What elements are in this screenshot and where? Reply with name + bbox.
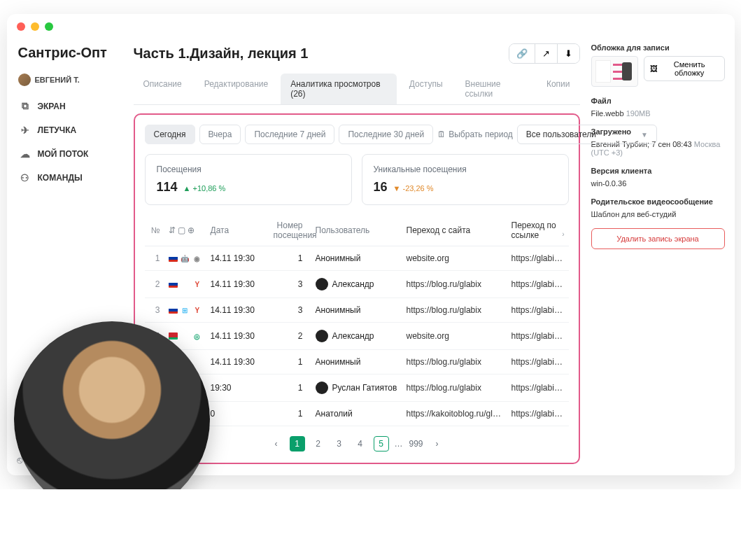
table-row[interactable]: 2Y14.11 19:303Александрhttps://blog.ru/g… (145, 271, 569, 298)
page-ellipsis: … (395, 439, 403, 449)
parent-title: Родительское видеосообщение (591, 197, 725, 206)
col-user[interactable]: Пользователь (311, 215, 402, 246)
current-user-name: ЕВГЕНИЙ Т. (35, 76, 80, 84)
table-row[interactable]: 3⊞Y14.11 19:303Анонимныйhttps://blog.ru/… (145, 298, 569, 323)
cell-date: 14.11 19:30 (206, 246, 269, 271)
cell-date: 0 (206, 402, 269, 426)
filter-30days[interactable]: Последние 30 дней (339, 125, 433, 144)
cell-referrer: https://kakoitoblog.ru/glabix (402, 402, 507, 426)
avatar-icon (316, 278, 328, 290)
page-prev[interactable]: ‹ (269, 436, 284, 451)
cell-referrer: https://blog.ru/glabix (402, 374, 507, 402)
table-row[interactable]: 4◎14.11 19:302Александрwebsite.orghttps:… (145, 323, 569, 350)
page-3[interactable]: 3 (332, 436, 347, 451)
paper-plane-icon: ✈ (20, 125, 31, 136)
col-device: ⇵ ▢ ⊕ (164, 215, 206, 246)
brand-title: Сантрис-Опт (15, 39, 114, 71)
cell-link: https://glabix.com/p/eow2/demo_igor (507, 298, 569, 323)
open-external-button[interactable]: ↗ (535, 44, 557, 63)
app-window: Сантрис-Опт ЕВГЕНИЙ Т. ⧉ ЭКРАН ✈ ЛЕТУЧКА… (7, 14, 735, 475)
stat-visits: Посещения 114 ▲ +10,86 % (145, 154, 352, 205)
filter-today[interactable]: Сегодня (145, 125, 195, 144)
maximize-icon[interactable] (45, 22, 53, 31)
sidebar-item-teams[interactable]: ⚇ КОМАНДЫ (15, 167, 114, 189)
version-value: win-0.0.36 (591, 179, 725, 188)
filter-yesterday[interactable]: Вчера (199, 125, 241, 144)
cell-link: https://glabix.com/p/eow2/demo_igor (507, 402, 569, 426)
cell-date: 14.11 19:30 (206, 323, 269, 350)
link-icon: 🔗 (516, 48, 528, 59)
cell-user: Анонимный (311, 298, 402, 323)
yandex-icon: Y (192, 279, 202, 289)
filter-7days[interactable]: Последние 7 дней (245, 125, 334, 144)
delete-recording-button[interactable]: Удалить запись экрана (591, 228, 725, 249)
col-link[interactable]: Переход по ссылке › (507, 215, 569, 246)
stat-visits-value: 114 (157, 180, 178, 195)
tab-access[interactable]: Доступы (400, 74, 453, 104)
page-5[interactable]: 5 (374, 436, 389, 451)
cell-visit-no: 2 (269, 323, 311, 350)
filter-pick-range[interactable]: 🗓 Выбрать период (437, 130, 513, 139)
col-visit-no[interactable]: Номер посещения (269, 215, 311, 246)
sidebar-item-stream[interactable]: ☁ МОЙ ПОТОК (15, 143, 114, 165)
page-1[interactable]: 1 (290, 436, 305, 451)
chrome-icon: ◉ (192, 253, 202, 263)
visits-table: № ⇵ ▢ ⊕ Дата Номер посещения Пользовател… (145, 215, 569, 426)
tab-external[interactable]: Внешние ссылки (456, 74, 534, 104)
stats-row: Посещения 114 ▲ +10,86 % Уникальные посе… (145, 154, 569, 205)
download-sort-icon[interactable]: ⇵ (169, 225, 176, 235)
sidebar-item-flyer[interactable]: ✈ ЛЕТУЧКА (15, 119, 114, 141)
table-row[interactable]: 14.11 19:301Анонимныйhttps://blog.ru/gla… (145, 350, 569, 374)
page-next[interactable]: › (430, 436, 445, 451)
link-button[interactable]: 🔗 (509, 44, 535, 63)
sidebar-item-label: КОМАНДЫ (38, 173, 83, 183)
cell-link: https://glabix.com/p/eow2/demo_igor (507, 246, 569, 271)
col-referrer[interactable]: Переход с сайта (402, 215, 507, 246)
table-row[interactable]: 19:301Руслан Гатиятовhttps://blog.ru/gla… (145, 374, 569, 402)
windows-icon: ⊞ (181, 305, 190, 315)
page-2[interactable]: 2 (311, 436, 326, 451)
apple-icon (181, 279, 190, 289)
avatar-icon (18, 74, 31, 86)
page-title: Часть 1.Дизайн, лекция 1 (134, 46, 309, 62)
image-icon: 🖼 (650, 64, 658, 73)
page-4[interactable]: 4 (353, 436, 368, 451)
minimize-icon[interactable] (31, 22, 39, 31)
change-cover-button[interactable]: 🖼 Сменить обложку (644, 56, 725, 81)
safari-icon: ◎ (192, 331, 202, 341)
cell-user: Анатолий (311, 402, 402, 426)
col-date[interactable]: Дата (206, 215, 269, 246)
tab-analytics[interactable]: Аналитика просмотров (26) (281, 74, 397, 104)
cell-visit-no: 3 (269, 271, 311, 298)
current-user[interactable]: ЕВГЕНИЙ Т. (15, 71, 114, 94)
cell-user: Анонимный (311, 246, 402, 271)
cell-user: Александр (311, 323, 402, 350)
user-filter-select[interactable]: Все пользователи ▼ (517, 125, 657, 144)
window-controls (7, 14, 735, 39)
cell-referrer: https://blog.ru/glabix (402, 298, 507, 323)
stat-visits-label: Посещения (157, 164, 340, 174)
cell-visit-no: 1 (269, 350, 311, 374)
download-icon: ⬇ (565, 48, 572, 59)
cell-date: 19:30 (206, 374, 269, 402)
apple-icon (181, 331, 190, 341)
page-last[interactable]: 999 (409, 436, 424, 451)
cell-user: Руслан Гатиятов (311, 374, 402, 402)
sidebar-item-screen[interactable]: ⧉ ЭКРАН (15, 94, 114, 118)
tab-editing[interactable]: Редактирование (195, 74, 278, 104)
right-panel: Обложка для записи 🖼 Сменить обложку Фай… (591, 39, 735, 475)
tab-copies[interactable]: Копии (537, 74, 580, 104)
close-icon[interactable] (17, 22, 25, 31)
calendar-icon: 🗓 (437, 130, 446, 139)
cell-visit-no: 1 (269, 246, 311, 271)
flag-by-icon (169, 332, 178, 340)
version-title: Версия клиента (591, 167, 725, 175)
cell-link: https://glabix.com/p/eow2/demo_igor (507, 350, 569, 374)
avatar-icon (316, 330, 328, 342)
stat-unique-delta: ▼ -23,26 % (393, 184, 434, 192)
tab-description[interactable]: Описание (134, 74, 192, 104)
download-button[interactable]: ⬇ (557, 44, 579, 63)
cell-date: 14.11 19:30 (206, 298, 269, 323)
cell-visit-no: 1 (269, 374, 311, 402)
table-row[interactable]: 1🤖◉14.11 19:301Анонимныйwebsite.orghttps… (145, 246, 569, 271)
